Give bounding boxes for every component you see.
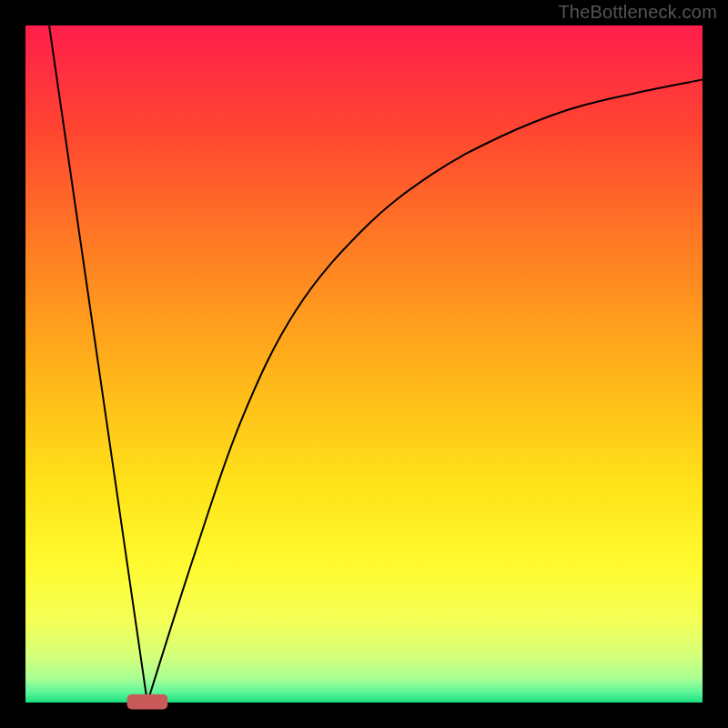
chart-svg xyxy=(0,0,728,728)
bottleneck-chart: TheBottleneck.com xyxy=(0,0,728,728)
watermark-text: TheBottleneck.com xyxy=(558,2,717,23)
chart-plot-background xyxy=(25,25,703,703)
optimal-marker xyxy=(127,694,168,709)
